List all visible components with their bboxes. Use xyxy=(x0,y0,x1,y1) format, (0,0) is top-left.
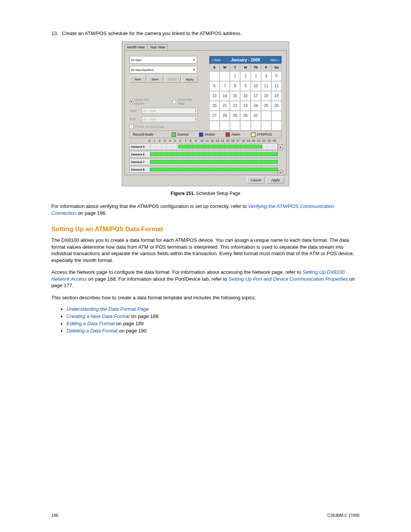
calendar-day[interactable]: 8 xyxy=(230,81,240,91)
calendar-day[interactable]: 7 xyxy=(220,81,230,91)
calendar-day[interactable]: 22 xyxy=(230,101,240,111)
calendar-day[interactable]: 16 xyxy=(240,91,250,101)
calendar-day[interactable]: 26 xyxy=(271,101,282,111)
calendar-day[interactable]: 1 xyxy=(230,71,240,81)
topic-item: Editing a Data Format on page 189 xyxy=(67,321,360,326)
camera-timeline-row[interactable]: Camera 7 xyxy=(129,158,278,165)
calendar-day[interactable]: 25 xyxy=(261,101,271,111)
page-footer: 186 C2630M-C (7/09) xyxy=(51,513,360,518)
verify-para: For information about verifying that the… xyxy=(51,203,360,216)
chevron-down-icon: ▼ xyxy=(193,58,196,62)
step-13: 13. Create an ATM/POS schedule for the c… xyxy=(51,30,360,36)
topics-intro: This section describes how to create a d… xyxy=(51,294,360,301)
calendar-day[interactable]: 31 xyxy=(251,111,261,121)
calendar-dow: T xyxy=(230,64,240,71)
intro-para: The DX8100 allows you to create a data f… xyxy=(51,237,360,264)
save-button[interactable]: Save xyxy=(147,76,164,83)
calendar-day[interactable]: 17 xyxy=(251,91,261,101)
topic-item: Understanding the Data Format Page xyxy=(67,306,360,312)
camera-timeline-row[interactable]: Camera 6 xyxy=(129,151,278,158)
calendar-dow: M xyxy=(220,64,230,71)
calendar-dow: F xyxy=(261,64,271,71)
start-date-input[interactable]: 01 - 2008▴▾ xyxy=(142,108,198,114)
calendar-day[interactable]: 9 xyxy=(240,81,250,91)
calendar-day[interactable]: 27 xyxy=(209,111,220,121)
finish-on-end-date-checkbox[interactable]: ✓Finish on End Date xyxy=(129,125,198,129)
end-label: End xyxy=(129,117,139,121)
calendar-back-button[interactable]: < Back xyxy=(209,56,223,64)
topic-item: Creating a New Data Format on page 189 xyxy=(67,313,360,319)
record-mode-legend: Record Mode NormalMotionAlarmATM/POS xyxy=(129,131,282,138)
calendar-day[interactable]: 3 xyxy=(251,71,261,81)
delete-button[interactable]: Delete xyxy=(164,76,181,83)
step-text: Create an ATM/POS schedule for the camer… xyxy=(62,30,242,36)
calendar-next-button[interactable]: Next > xyxy=(268,56,282,64)
link-port-device[interactable]: Setting Up Port and Device Communication… xyxy=(229,276,348,282)
apply-button[interactable]: Apply xyxy=(182,76,198,83)
calendar-day[interactable]: 6 xyxy=(209,81,220,91)
topic-link[interactable]: Understanding the Data Format Page xyxy=(67,306,149,312)
doc-id: C2630M-C (7/09) xyxy=(327,513,360,518)
calendar-day[interactable]: 13 xyxy=(209,91,220,101)
calendar-title: January - 2008 xyxy=(223,56,268,64)
calendar-day[interactable]: 19 xyxy=(271,91,282,101)
calendar: < Back January - 2008 Next > SMTWThFSa..… xyxy=(209,56,282,131)
schedule-setup-screenshot: Month View Year View All days▼ All days(… xyxy=(122,42,289,186)
scroll-up-button[interactable]: ▴ xyxy=(278,144,283,150)
figure-caption: Figure 151. Schedule Setup Page xyxy=(51,191,360,196)
legend-item: Normal xyxy=(172,133,188,137)
dialog-apply-button[interactable]: Apply xyxy=(267,177,284,184)
page-number: 186 xyxy=(51,513,58,518)
calendar-day[interactable]: 11 xyxy=(261,81,271,91)
calendar-dow: S xyxy=(209,64,220,71)
start-label: Start xyxy=(129,109,139,113)
topic-link[interactable]: Creating a New Data Format xyxy=(67,313,129,319)
section-heading: Setting Up an ATM/POS Data Format xyxy=(51,225,360,233)
tab-year-view[interactable]: Year View xyxy=(147,44,168,50)
calendar-day[interactable]: 10 xyxy=(251,81,261,91)
topic-link[interactable]: Deleting a Data Format xyxy=(67,328,118,334)
camera-timeline-row[interactable]: Camera 8 xyxy=(129,166,278,173)
camera-timeline-row[interactable]: Camera 5 xyxy=(129,143,278,150)
calendar-day[interactable]: 23 xyxy=(240,101,250,111)
calendar-day[interactable]: 12 xyxy=(271,81,282,91)
calendar-day[interactable]: 18 xyxy=(261,91,271,101)
calendar-day[interactable]: 4 xyxy=(261,71,271,81)
calendar-dow: W xyxy=(240,64,250,71)
topic-link[interactable]: Editing a Data Format xyxy=(67,321,115,326)
calendar-day[interactable]: 28 xyxy=(220,111,230,121)
step-number: 13. xyxy=(51,30,61,36)
calendar-day[interactable]: 30 xyxy=(240,111,250,121)
calendar-dow: Sa xyxy=(271,64,282,71)
new-button[interactable]: New xyxy=(129,76,146,83)
radio-once-per-year[interactable]: Once Per Year xyxy=(172,98,198,105)
scroll-down-button[interactable]: ▾ xyxy=(278,170,283,176)
calendar-day[interactable]: 24 xyxy=(251,101,261,111)
calendar-day[interactable]: 5 xyxy=(271,71,282,81)
calendar-day[interactable]: 14 xyxy=(220,91,230,101)
dialog-cancel-button[interactable]: Cancel xyxy=(247,177,264,184)
legend-item: ATM/POS xyxy=(251,133,272,137)
select-all-days[interactable]: All days▼ xyxy=(129,56,197,64)
calendar-dow: Th xyxy=(251,64,261,71)
access-para: Access the Network page to configure the… xyxy=(51,269,360,289)
calendar-day[interactable]: 29 xyxy=(230,111,240,121)
calendar-day[interactable]: 21 xyxy=(220,101,230,111)
legend-item: Motion xyxy=(199,133,215,137)
chevron-down-icon: ▼ xyxy=(193,68,196,72)
radio-once-per-month[interactable]: Once Per Month xyxy=(129,98,157,105)
legend-item: Alarm xyxy=(226,133,241,137)
end-date-input[interactable]: 01 - 2008▴▾ xyxy=(142,116,198,122)
select-all-days-applied[interactable]: All days(Applied)▼ xyxy=(129,66,197,73)
calendar-day[interactable]: 20 xyxy=(209,101,220,111)
topic-item: Deleting a Data Format on page 190 xyxy=(67,328,360,334)
calendar-day[interactable]: 2 xyxy=(240,71,250,81)
calendar-day[interactable]: 15 xyxy=(230,91,240,101)
tab-month-view[interactable]: Month View xyxy=(124,44,148,50)
topics-list: Understanding the Data Format PageCreati… xyxy=(51,306,360,334)
